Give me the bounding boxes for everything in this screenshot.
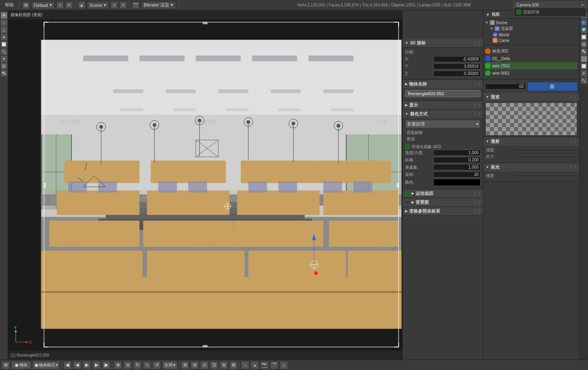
zoom-in-btn[interactable]: ⊕: [114, 361, 122, 369]
transform-ref-header[interactable]: ▶ 变换参照坐标系 ⋮⋮: [403, 207, 483, 215]
snap-btn[interactable]: ⊞: [181, 361, 189, 369]
key-insert-btn[interactable]: ⬦: [241, 361, 249, 369]
ao-checkbox-label[interactable]: 环境光遮蔽 (AO): [405, 144, 481, 150]
proportional-btn[interactable]: ⊙: [200, 361, 208, 369]
layout-dropdown[interactable]: Default ▾: [31, 1, 55, 9]
nav-next-btn[interactable]: |▶: [102, 361, 110, 369]
nav-prev-btn[interactable]: ◀|: [63, 361, 71, 369]
sidebar-tab-phy[interactable]: 🔧: [1, 48, 7, 55]
scene-dropdown[interactable]: Scene ▾: [87, 1, 109, 9]
decay-label: 衰减量:: [405, 165, 433, 170]
nav-step-fwd-btn[interactable]: ▶: [92, 361, 101, 369]
renderer-dropdown[interactable]: Blender 渲染 ▾: [141, 1, 176, 9]
motion-track-header[interactable]: ▶ 运动追踪 ⋮⋮: [403, 189, 483, 198]
view-btn[interactable]: ⊚: [220, 361, 228, 369]
svg-rect-9: [309, 56, 354, 61]
outline-item-world[interactable]: W World: [483, 32, 579, 38]
scene-icon-btn[interactable]: ▲: [78, 2, 85, 9]
tab-scene[interactable]: 🔷: [581, 19, 587, 26]
z-value[interactable]: 0.35000: [433, 71, 481, 77]
face-btn[interactable]: 面: [527, 82, 578, 91]
global-dropdown[interactable]: 全局 ▾: [162, 361, 177, 369]
scene-close-btn[interactable]: ×: [120, 2, 127, 9]
select-btn[interactable]: ⊡: [210, 361, 218, 369]
layer-btn[interactable]: ⊞: [229, 361, 237, 369]
sidebar-tab-mesh[interactable]: △: [1, 27, 7, 33]
strength-value[interactable]: 1.000: [433, 150, 481, 156]
mat-item-2[interactable]: wire 2552: [485, 62, 578, 69]
x-value[interactable]: -0.43909: [433, 56, 481, 62]
key-delete-btn[interactable]: ⬧: [251, 361, 259, 369]
tab-material[interactable]: ◯: [581, 56, 587, 62]
y-value[interactable]: 3.85919: [433, 63, 481, 69]
sidebar-tab-mod[interactable]: 🔩: [1, 70, 7, 77]
motion-track-checkbox-label[interactable]: [405, 191, 410, 196]
rotate-btn[interactable]: ↺: [153, 361, 161, 369]
nav-play-btn[interactable]: ▶: [83, 361, 91, 369]
mat-item-1[interactable]: 03__Defa: [485, 55, 578, 62]
outline-item-camera[interactable]: C Came: [483, 38, 579, 43]
shading-mode-dropdown[interactable]: 多重纹理 ▾: [405, 120, 481, 128]
backdrop-checkbox[interactable]: [405, 200, 410, 205]
diffuse-strength-value[interactable]: [514, 149, 577, 151]
sidebar-tab-con[interactable]: ⛓: [1, 63, 7, 69]
tab-modifier[interactable]: 🔩: [581, 48, 587, 55]
renderer-icon-btn[interactable]: 🎬: [132, 2, 139, 9]
mode-dropdown[interactable]: ◼ 物体模式 ▾: [33, 361, 60, 369]
magnet-btn[interactable]: ⊟: [191, 361, 199, 369]
color-swatch[interactable]: [433, 179, 481, 186]
layout-close-btn[interactable]: ×: [65, 2, 73, 9]
tab-constraint[interactable]: ⛓: [581, 41, 587, 48]
number-field[interactable]: 03: [485, 84, 526, 90]
svg-rect-40: [147, 190, 229, 215]
object-btn[interactable]: ◼ 物体: [11, 361, 31, 369]
ao-checkbox[interactable]: [405, 144, 410, 149]
layout-icon-btn[interactable]: ⊞: [22, 2, 29, 9]
layout-add-btn[interactable]: +: [57, 2, 64, 9]
viewport-container[interactable]: 摄像机视图 (透视): [8, 10, 402, 360]
sidebar-tab-obj[interactable]: ○: [1, 19, 7, 26]
preview-header[interactable]: ▼ 预览 ⋮⋮: [483, 93, 579, 101]
highlight-strength-value[interactable]: [514, 175, 577, 177]
sidebar-tab-part[interactable]: ✦: [1, 56, 7, 62]
tab-world[interactable]: 🌍: [581, 27, 587, 33]
transform-btn[interactable]: ↻: [133, 361, 141, 369]
sound-btn[interactable]: ♪: [280, 361, 288, 369]
sample-value[interactable]: 20: [433, 171, 481, 178]
object-name-header[interactable]: ▶ 物体名称 ⋮⋮: [403, 80, 483, 88]
highlight-header[interactable]: ▼ 高光 ⋮⋮: [483, 163, 579, 171]
diffuse-arrow: ▼: [486, 140, 489, 143]
diffuse-header[interactable]: ▼ 漫射 ⋮⋮: [483, 137, 579, 146]
shading-header[interactable]: ▼ 着色方式 ⋮⋮: [403, 110, 483, 118]
render-anim-btn[interactable]: 🎬: [270, 361, 278, 369]
scale-btn[interactable]: ⤡: [143, 361, 151, 369]
backdrop-header[interactable]: ▶ 背景图 ⋮⋮: [403, 198, 483, 207]
zoom-out-btn[interactable]: ⊖: [124, 361, 132, 369]
preview-opts: ⋮⋮: [569, 95, 577, 99]
mat-item-0[interactable]: 材质.002: [485, 48, 578, 55]
tab-texture[interactable]: ⬜: [581, 63, 587, 69]
object-name-field[interactable]: Rectangle603.050: [405, 90, 481, 97]
outline-item-render[interactable]: ▼ R 渲染层: [483, 25, 579, 32]
menu-help[interactable]: 帮助: [2, 1, 17, 9]
tab-object[interactable]: ⬜: [581, 34, 587, 40]
mat-item-3[interactable]: wire 0061: [485, 69, 578, 77]
position-content: 位移: X: -0.43909 Y: 3.85919 Z: 0.35000: [403, 48, 483, 79]
backdrop-checkbox-label[interactable]: [405, 200, 410, 205]
decay-value[interactable]: 1.000: [433, 164, 481, 170]
tab-particle[interactable]: ✦: [581, 70, 587, 77]
outline-item-scene[interactable]: ▼ S Scene: [483, 20, 579, 25]
nav-step-back-btn[interactable]: ◀: [73, 361, 81, 369]
sidebar-tab-view[interactable]: 👁: [1, 12, 7, 19]
scene-add-btn[interactable]: +: [111, 2, 118, 9]
section-3d-nav-header[interactable]: ▼ 3D 游标 ⋮⋮: [403, 39, 483, 47]
tab-physics[interactable]: 🔧: [581, 77, 587, 84]
render-btn[interactable]: 📷: [260, 361, 269, 369]
diffuse-size-value[interactable]: [514, 156, 577, 158]
distance-value[interactable]: 0.200: [433, 157, 481, 163]
sidebar-tab-mat[interactable]: ●: [1, 34, 7, 40]
display-header[interactable]: ▶ 显示 ⋮⋮: [403, 101, 483, 109]
motion-track-checkbox[interactable]: [405, 191, 410, 196]
sidebar-tab-tex[interactable]: ⬜: [1, 41, 7, 48]
editor-type-btn[interactable]: ⊞: [2, 361, 10, 369]
